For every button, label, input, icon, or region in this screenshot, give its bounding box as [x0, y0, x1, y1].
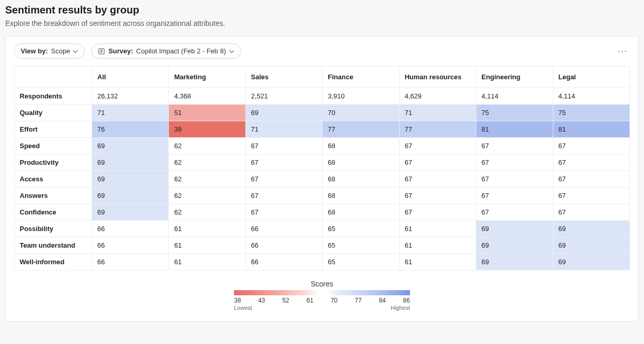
heat-cell[interactable]: 61 [399, 237, 476, 254]
heat-cell[interactable]: 67 [245, 138, 322, 154]
heat-cell[interactable]: 67 [399, 154, 476, 171]
sentiment-card: View by: Scope Survey: Copilot Impact (F… [5, 36, 639, 322]
heat-cell[interactable]: 68 [323, 154, 399, 171]
heat-cell[interactable]: 69 [553, 221, 630, 237]
row-header: Speed [14, 138, 92, 154]
heat-cell[interactable]: 62 [169, 204, 245, 221]
heat-cell[interactable]: 67 [245, 204, 322, 221]
cell-respondents: 4,114 [553, 88, 630, 105]
heat-cell[interactable]: 67 [245, 154, 322, 171]
heat-cell[interactable]: 62 [169, 171, 245, 188]
heat-cell[interactable]: 67 [476, 154, 553, 171]
table-row-respondents: Respondents26,1324,3682,5213,9104,6294,1… [14, 88, 630, 105]
heat-cell[interactable]: 81 [476, 121, 553, 138]
row-header: Possibility [14, 221, 92, 237]
heat-cell[interactable]: 62 [169, 154, 245, 171]
heat-cell[interactable]: 77 [399, 121, 476, 138]
heat-cell[interactable]: 65 [323, 254, 399, 270]
heat-cell[interactable]: 66 [92, 254, 169, 270]
heat-cell[interactable]: 67 [553, 171, 630, 188]
heat-cell[interactable]: 75 [553, 105, 630, 121]
heat-cell[interactable]: 69 [92, 171, 169, 188]
heat-cell[interactable]: 61 [169, 237, 245, 254]
heat-cell[interactable]: 67 [399, 188, 476, 204]
heat-cell[interactable]: 67 [245, 188, 322, 204]
survey-icon [98, 48, 105, 55]
heat-cell[interactable]: 61 [169, 221, 245, 237]
heat-cell[interactable]: 51 [169, 105, 245, 121]
column-header[interactable]: Human resources [399, 66, 476, 88]
heat-cell[interactable]: 69 [553, 237, 630, 254]
toolbar: View by: Scope Survey: Copilot Impact (F… [14, 44, 630, 59]
heat-cell[interactable]: 71 [92, 105, 169, 121]
column-header[interactable]: Legal [553, 66, 630, 88]
heat-cell[interactable]: 71 [245, 121, 322, 138]
heat-cell[interactable]: 62 [169, 138, 245, 154]
heat-cell[interactable]: 67 [245, 171, 322, 188]
heat-cell[interactable]: 67 [476, 204, 553, 221]
heat-cell[interactable]: 67 [553, 154, 630, 171]
heat-cell[interactable]: 68 [323, 188, 399, 204]
heat-cell[interactable]: 69 [92, 204, 169, 221]
column-header[interactable]: All [92, 66, 169, 88]
heat-cell[interactable]: 67 [476, 138, 553, 154]
heat-cell[interactable]: 77 [323, 121, 399, 138]
heat-cell[interactable]: 81 [553, 121, 630, 138]
heat-cell[interactable]: 67 [399, 138, 476, 154]
heat-cell[interactable]: 69 [476, 237, 553, 254]
row-header: Team understand [14, 237, 92, 254]
column-header[interactable]: Sales [245, 66, 322, 88]
heat-cell[interactable]: 61 [399, 221, 476, 237]
heat-cell[interactable]: 38 [169, 121, 245, 138]
heat-cell[interactable]: 76 [92, 121, 169, 138]
heat-cell[interactable]: 67 [476, 188, 553, 204]
legend-tick: 61 [306, 297, 313, 304]
table-corner [14, 66, 92, 88]
column-header[interactable]: Marketing [169, 66, 245, 88]
heat-cell[interactable]: 65 [323, 237, 399, 254]
heat-cell[interactable]: 65 [323, 221, 399, 237]
view-by-dropdown[interactable]: View by: Scope [14, 44, 85, 59]
heat-cell[interactable]: 69 [553, 254, 630, 270]
heat-cell[interactable]: 69 [245, 105, 322, 121]
view-by-label: View by: [21, 47, 48, 55]
heat-cell[interactable]: 61 [399, 254, 476, 270]
heat-cell[interactable]: 69 [476, 254, 553, 270]
heat-cell[interactable]: 68 [323, 138, 399, 154]
cell-respondents: 26,132 [92, 88, 169, 105]
heat-cell[interactable]: 67 [399, 171, 476, 188]
heat-cell[interactable]: 67 [399, 204, 476, 221]
column-header[interactable]: Engineering [476, 66, 553, 88]
heat-cell[interactable]: 62 [169, 188, 245, 204]
heat-cell[interactable]: 67 [476, 171, 553, 188]
heat-cell[interactable]: 68 [323, 204, 399, 221]
heat-cell[interactable]: 66 [245, 237, 322, 254]
heat-cell[interactable]: 66 [92, 221, 169, 237]
heat-cell[interactable]: 61 [169, 254, 245, 270]
heat-cell[interactable]: 66 [245, 221, 322, 237]
heat-cell[interactable]: 70 [323, 105, 399, 121]
cell-respondents: 4,114 [476, 88, 553, 105]
heat-cell[interactable]: 67 [553, 204, 630, 221]
table-row: Productivity69626768676767 [14, 154, 630, 171]
heat-cell[interactable]: 69 [92, 138, 169, 154]
heat-cell[interactable]: 69 [476, 221, 553, 237]
heat-cell[interactable]: 71 [399, 105, 476, 121]
heat-cell[interactable]: 75 [476, 105, 553, 121]
sentiment-heatmap-table: AllMarketingSalesFinanceHuman resourcesE… [14, 66, 630, 270]
table-row: Effort76387177778181 [14, 121, 630, 138]
heat-cell[interactable]: 69 [92, 154, 169, 171]
legend-highest-label: Highest [391, 305, 410, 311]
heat-cell[interactable]: 67 [553, 138, 630, 154]
heat-cell[interactable]: 66 [245, 254, 322, 270]
column-header[interactable]: Finance [323, 66, 399, 88]
more-actions-button[interactable]: ··· [616, 44, 630, 59]
heat-cell[interactable]: 68 [323, 171, 399, 188]
heat-cell[interactable]: 66 [92, 237, 169, 254]
heat-cell[interactable]: 67 [553, 188, 630, 204]
heat-cell[interactable]: 69 [92, 188, 169, 204]
cell-respondents: 4,368 [169, 88, 245, 105]
table-row: Quality71516970717575 [14, 105, 630, 121]
survey-dropdown[interactable]: Survey: Copilot Impact (Feb 2 - Feb 8) [91, 44, 241, 59]
legend-tick: 52 [282, 297, 289, 304]
